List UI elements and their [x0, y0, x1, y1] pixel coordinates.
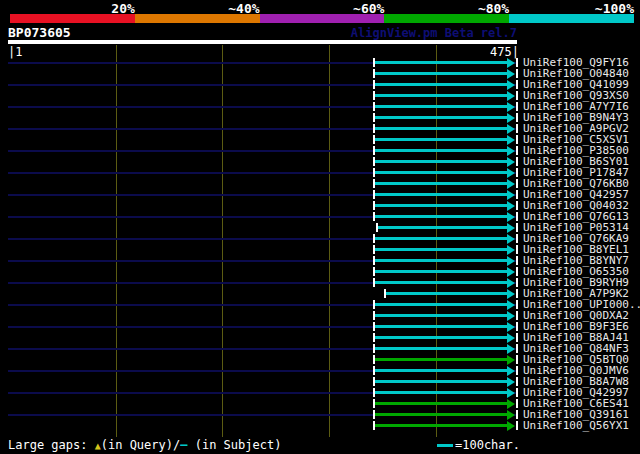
alignment-end-tick: [516, 245, 518, 254]
alignment-bar[interactable]: [386, 292, 507, 295]
alignment-arrowhead-icon: [507, 80, 515, 90]
alignment-bar[interactable]: [375, 314, 507, 317]
alignment-arrowhead-icon: [507, 388, 515, 398]
identity-scale-segment: [135, 14, 260, 23]
alignment-end-tick: [516, 157, 518, 166]
alignment-arrowhead-icon: [507, 377, 515, 387]
alignment-arrowhead-icon: [507, 366, 515, 376]
alignment-bar[interactable]: [375, 380, 507, 383]
ruler-bar: [8, 40, 517, 44]
alignment-end-tick: [516, 311, 518, 320]
alignment-arrowhead-icon: [507, 168, 515, 178]
alignment-end-tick: [516, 278, 518, 287]
alignment-end-tick: [516, 289, 518, 298]
alignment-end-tick: [516, 69, 518, 78]
alignment-arrowhead-icon: [507, 311, 515, 321]
alignment-bar[interactable]: [375, 72, 507, 75]
alignment-viewer: 20%~40%~60%~80%~100% BP073605 AlignView.…: [0, 0, 640, 454]
alignment-arrowhead-icon: [507, 157, 515, 167]
alignment-arrowhead-icon: [507, 91, 515, 101]
alignment-end-tick: [516, 179, 518, 188]
alignment-arrowhead-icon: [507, 113, 515, 123]
alignment-end-tick: [516, 344, 518, 353]
alignment-end-tick: [516, 80, 518, 89]
alignment-bar[interactable]: [375, 182, 507, 185]
alignment-bar[interactable]: [375, 215, 507, 218]
alignment-end-tick: [516, 113, 518, 122]
alignment-end-tick: [516, 410, 518, 419]
alignment-bar[interactable]: [375, 160, 507, 163]
gap-in-query-text: (in Query)/: [101, 438, 180, 452]
alignment-bar[interactable]: [375, 94, 507, 97]
alignment-bar[interactable]: [375, 347, 507, 350]
alignment-end-tick: [516, 300, 518, 309]
alignment-bar[interactable]: [375, 204, 507, 207]
alignment-end-tick: [516, 355, 518, 364]
scale-legend: =100char.: [437, 438, 520, 452]
alignment-end-tick: [516, 168, 518, 177]
alignment-bar[interactable]: [375, 149, 507, 152]
alignment-arrowhead-icon: [507, 344, 515, 354]
scale-legend-line-icon: [437, 444, 453, 447]
gap-in-subject-text: (in Subject): [187, 438, 281, 452]
large-gaps-legend: Large gaps: ▲(in Query)/– (in Subject): [8, 438, 281, 453]
alignment-arrowhead-icon: [507, 355, 515, 365]
alignment-arrowhead-icon: [507, 58, 515, 68]
alignment-end-tick: [516, 58, 518, 67]
alignment-bar[interactable]: [375, 413, 507, 416]
identity-scale-segment: [509, 14, 634, 23]
alignment-arrowhead-icon: [507, 322, 515, 332]
alignment-arrowhead-icon: [507, 69, 515, 79]
alignment-end-tick: [516, 212, 518, 221]
alignment-bar[interactable]: [375, 193, 507, 196]
alignment-bar[interactable]: [375, 61, 507, 64]
alignment-end-tick: [516, 190, 518, 199]
alignment-bar[interactable]: [375, 127, 507, 130]
alignment-bar[interactable]: [375, 358, 507, 361]
alignment-bar[interactable]: [375, 259, 507, 262]
alignment-bar[interactable]: [375, 391, 507, 394]
alignment-bar[interactable]: [375, 237, 507, 240]
alignment-end-tick: [516, 377, 518, 386]
alignment-end-tick: [516, 135, 518, 144]
alignment-arrowhead-icon: [507, 421, 515, 431]
alignment-arrowhead-icon: [507, 201, 515, 211]
alignment-bar[interactable]: [375, 83, 507, 86]
alignment-bar[interactable]: [375, 424, 507, 427]
alignment-end-tick: [516, 234, 518, 243]
alignment-bar[interactable]: [375, 303, 507, 306]
alignment-end-tick: [516, 201, 518, 210]
alignment-arrowhead-icon: [507, 278, 515, 288]
alignment-arrowhead-icon: [507, 245, 515, 255]
alignment-bar[interactable]: [378, 226, 507, 229]
alignment-arrowhead-icon: [507, 124, 515, 134]
alignment-bar[interactable]: [375, 281, 507, 284]
alignment-bar[interactable]: [375, 171, 507, 174]
hit-label[interactable]: UniRef100_Q56YX1: [523, 420, 629, 431]
alignment-bar[interactable]: [375, 402, 507, 405]
alignment-bar[interactable]: [375, 105, 507, 108]
scale-legend-text: =100char.: [455, 438, 520, 452]
alignment-end-tick: [516, 91, 518, 100]
alignment-arrowhead-icon: [507, 135, 515, 145]
alignment-bar[interactable]: [375, 248, 507, 251]
identity-scale-bar: [10, 14, 634, 23]
alignment-arrowhead-icon: [507, 212, 515, 222]
alignment-bar[interactable]: [375, 336, 507, 339]
alignment-bar[interactable]: [375, 325, 507, 328]
alignment-end-tick: [516, 388, 518, 397]
alignment-bar[interactable]: [375, 138, 507, 141]
alignment-arrowhead-icon: [507, 234, 515, 244]
alignment-bar[interactable]: [375, 270, 507, 273]
alignment-bar[interactable]: [375, 369, 507, 372]
alignment-end-tick: [516, 256, 518, 265]
alignment-arrowhead-icon: [507, 190, 515, 200]
alignment-end-tick: [516, 267, 518, 276]
alignment-arrowhead-icon: [507, 289, 515, 299]
alignment-arrowhead-icon: [507, 267, 515, 277]
alignment-bar[interactable]: [375, 116, 507, 119]
alignment-arrowhead-icon: [507, 102, 515, 112]
alignment-end-tick: [516, 146, 518, 155]
alignment-end-tick: [516, 366, 518, 375]
alignment-end-tick: [516, 399, 518, 408]
